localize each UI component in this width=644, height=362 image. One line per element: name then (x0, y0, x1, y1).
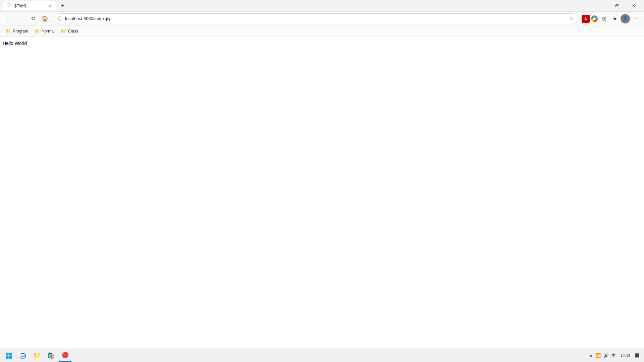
bookmark-class[interactable]: 📁 Class (58, 27, 81, 35)
reload-button[interactable]: ↻ (28, 13, 38, 24)
show-desktop-button[interactable]: ⬛ (634, 353, 640, 358)
taskbar: 📁 🛍️ 🔴 ∧ 📶 🔊 中 14:43 ⬛ (0, 349, 644, 362)
clock[interactable]: 14:43 (619, 352, 632, 359)
hello-world-text: Hello World (3, 41, 641, 46)
bookmark-program-label: Program (13, 29, 28, 34)
ime-icon[interactable]: 中 (611, 352, 616, 359)
edge-icon (19, 352, 26, 359)
svg-rect-1 (9, 353, 12, 356)
nav-actions: A ⊞ ★ 👤 ··· (582, 14, 641, 24)
favorites-button[interactable]: ★ (610, 14, 620, 24)
tab-area: 📄 $Title$ ✕ + (3, 0, 592, 11)
windows-icon (5, 352, 12, 359)
system-tray: ∧ 📶 🔊 中 (589, 352, 616, 359)
folder-icon: 📁 (61, 28, 66, 34)
svg-rect-2 (6, 356, 9, 359)
tab-page-icon: 📄 (6, 3, 12, 8)
start-button[interactable] (1, 350, 16, 362)
folder-icon: 📁 (5, 28, 11, 34)
close-button[interactable]: ✕ (626, 0, 641, 12)
svg-rect-3 (9, 356, 12, 359)
bookmarks-bar: 📁 Program 📁 Normal 📁 Class (0, 26, 644, 37)
taskbar-store[interactable]: 🛍️ (44, 350, 58, 362)
svg-rect-0 (6, 353, 9, 356)
settings-button[interactable]: ··· (631, 14, 641, 24)
volume-icon[interactable]: 🔊 (603, 352, 609, 359)
address-input[interactable] (65, 16, 567, 21)
bookmark-normal-label: Normal (42, 29, 55, 34)
bookmark-program[interactable]: 📁 Program (3, 27, 31, 35)
tab-close-button[interactable]: ✕ (47, 3, 53, 9)
bookmark-class-label: Class (68, 29, 78, 34)
title-bar: 📄 $Title$ ✕ + — 🗗 ✕ (0, 0, 644, 12)
active-tab[interactable]: 📄 $Title$ ✕ (3, 1, 56, 11)
collections-button[interactable]: ⊞ (599, 14, 609, 24)
window-controls: — 🗗 ✕ (592, 0, 641, 12)
home-button[interactable]: 🏠 (40, 13, 50, 24)
tray-chevron[interactable]: ∧ (589, 352, 593, 359)
lock-icon: ⓘ (58, 16, 62, 22)
nav-bar: ← → ↻ 🏠 ⓘ ☆ A ⊞ ★ 👤 ··· (0, 12, 644, 26)
maximize-button[interactable]: 🗗 (609, 0, 625, 12)
clock-time: 14:43 (621, 353, 630, 358)
taskbar-edge[interactable] (16, 350, 30, 362)
profile-button[interactable]: 👤 (621, 14, 630, 23)
page-content: Hello World (0, 37, 644, 349)
wifi-icon[interactable]: 📶 (595, 352, 601, 359)
tab-title: $Title$ (14, 4, 26, 8)
taskbar-right: ∧ 📶 🔊 中 14:43 ⬛ (589, 352, 643, 359)
folder-icon: 📁 (34, 28, 40, 34)
taskbar-items: 📁 🛍️ 🔴 (16, 350, 72, 362)
bookmark-normal[interactable]: 📁 Normal (32, 27, 57, 35)
chrome-icon[interactable] (590, 15, 598, 23)
extension-icon-1[interactable]: A (582, 15, 590, 23)
taskbar-explorer[interactable]: 📁 (30, 350, 44, 362)
star-icon[interactable]: ☆ (569, 15, 574, 22)
taskbar-app-active[interactable]: 🔴 (58, 350, 72, 362)
forward-button[interactable]: → (15, 13, 26, 24)
address-bar-wrapper[interactable]: ⓘ ☆ (54, 13, 578, 24)
new-tab-button[interactable]: + (58, 1, 67, 10)
minimize-button[interactable]: — (592, 0, 608, 12)
back-button[interactable]: ← (3, 13, 14, 24)
